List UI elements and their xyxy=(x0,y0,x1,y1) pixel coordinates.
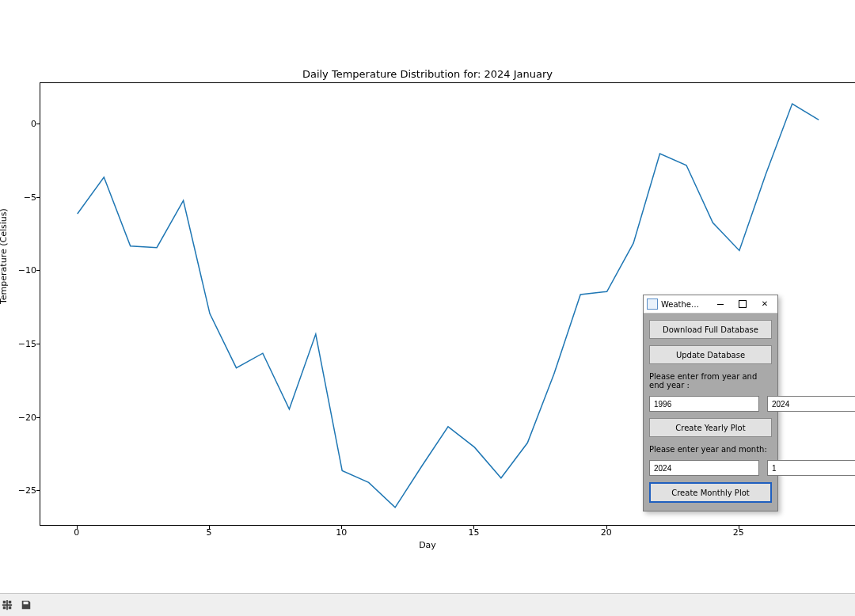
x-tick-label: 10 xyxy=(336,527,347,538)
from-year-input[interactable] xyxy=(649,396,759,412)
update-database-button[interactable]: Update Database xyxy=(649,345,772,364)
to-year-input[interactable] xyxy=(767,396,855,412)
y-tick-label: 0 xyxy=(5,118,36,128)
y-tick-mark xyxy=(36,197,40,198)
maximize-button[interactable] xyxy=(733,297,752,311)
y-tick-label: −20 xyxy=(5,412,36,422)
y-tick-label: −25 xyxy=(5,485,36,496)
y-tick-mark xyxy=(36,417,40,418)
x-axis-label: Day xyxy=(0,540,855,550)
create-yearly-plot-button[interactable]: Create Yearly Plot xyxy=(649,418,772,437)
y-tick-label: −5 xyxy=(5,192,36,202)
y-tick-label: −10 xyxy=(5,265,36,276)
y-tick-mark xyxy=(36,344,40,344)
save-figure-icon[interactable] xyxy=(19,598,33,612)
y-tick-mark xyxy=(36,490,40,491)
y-axis-label: Temperature (Celsius) xyxy=(0,208,9,304)
x-tick-label: 5 xyxy=(207,527,212,538)
year-range-label: Please enter from year and end year : xyxy=(649,371,772,390)
x-tick-label: 25 xyxy=(733,527,744,538)
weather-dialog: Weathe… Download Full Database Update Da… xyxy=(643,295,778,511)
x-tick-label: 0 xyxy=(74,527,79,538)
create-monthly-plot-button[interactable]: Create Monthly Plot xyxy=(649,482,772,503)
dialog-titlebar[interactable]: Weathe… xyxy=(644,295,777,314)
app-icon xyxy=(647,298,658,310)
configure-subplots-icon[interactable] xyxy=(0,598,14,612)
month-year-input[interactable] xyxy=(649,460,759,476)
chart-title: Daily Temperature Distribution for: 2024… xyxy=(0,68,855,80)
dialog-title: Weathe… xyxy=(661,300,699,309)
download-database-button[interactable]: Download Full Database xyxy=(649,320,772,339)
x-tick-label: 15 xyxy=(468,527,479,538)
month-number-input[interactable] xyxy=(767,460,855,476)
x-tick-label: 20 xyxy=(601,527,612,538)
close-button[interactable] xyxy=(755,297,774,311)
y-tick-label: −15 xyxy=(5,339,36,349)
minimize-button[interactable] xyxy=(711,297,730,311)
year-month-label: Please enter year and month: xyxy=(649,443,772,454)
y-tick-mark xyxy=(36,270,40,271)
figure-toolbar xyxy=(0,593,855,616)
y-tick-mark xyxy=(36,124,40,124)
